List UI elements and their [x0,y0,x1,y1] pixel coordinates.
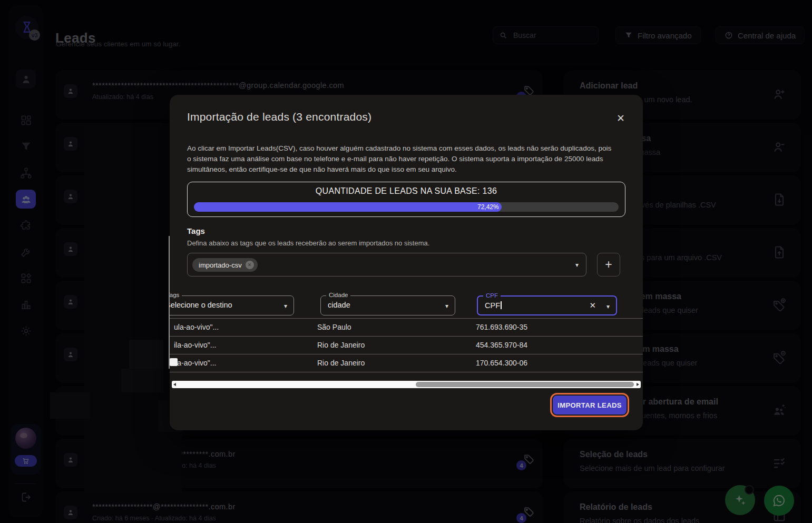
progress-track: 72,42% [194,202,619,212]
cidade-select-value: cidade [328,301,350,309]
destination-select[interactable]: Tags Selecione o destino ▾ [170,295,294,315]
leads-base-counter: QUANTIDADE DE LEADS NA SUA BASE: 136 72,… [187,182,625,217]
cell-cidade: Rio de Janeiro [317,359,365,367]
cell-tags: ila-ao-vivo"... [174,341,216,349]
import-leads-button[interactable]: IMPORTAR LEADS [553,396,627,415]
cell-cpf: 170.654.300-06 [476,359,527,367]
modal-title: Importação de leads (3 encontrados) [187,111,371,123]
tag-chip-label: importado-csv [199,261,242,269]
scroll-right-icon[interactable] [637,383,639,386]
destination-select-value: Selecione o destino [170,301,232,309]
leads-base-count-label: QUANTIDADE DE LEADS NA SUA BASE: 136 [188,186,625,196]
app-root: v3 Leads Gerencie seus clientes em um só… [0,0,812,523]
table-row[interactable]: ula-ao-vivo"... São Paulo 761.693.690-35 [170,319,643,337]
chevron-down-icon[interactable]: ▾ [606,303,610,310]
destination-select-label: Tags [170,292,182,298]
progress-fill: 72,42% [194,202,502,212]
chevron-down-icon[interactable]: ▾ [445,302,448,310]
cpf-select-focused[interactable]: CPF CPF ✕ ▾ [477,295,617,315]
import-leads-modal: Importação de leads (3 encontrados) ✕ Ao… [170,95,643,430]
chevron-down-icon[interactable]: ▾ [575,261,579,269]
remove-tag-icon[interactable]: ✕ [246,261,254,269]
cell-tags: ila-ao-vivo"... [174,359,216,367]
cell-cidade: Rio de Janeiro [317,341,365,349]
tags-section-title: Tags [187,226,205,235]
cell-cpf: 761.693.690-35 [476,323,527,331]
tag-chip: importado-csv ✕ [192,258,258,272]
cell-cpf: 454.365.970-84 [476,341,527,349]
text-cursor [501,301,502,309]
clipped-tooltip-artifact [170,358,178,366]
import-preview-table: ula-ao-vivo"... São Paulo 761.693.690-35… [170,318,643,372]
cidade-select-label: Cidade [326,292,350,298]
table-row[interactable]: ila-ao-vivo"... Rio de Janeiro 454.365.9… [170,337,643,354]
progress-percent-label: 72,42% [477,203,499,211]
tags-section-subtitle: Defina abaixo as tags que os leads receb… [187,239,429,247]
tags-multiselect[interactable]: importado-csv ✕ ▾ [187,253,586,277]
clear-icon[interactable]: ✕ [589,301,596,310]
modal-description: Ao clicar em Importar Leads(CSV), caso h… [187,143,615,175]
cpf-select-value: CPF [485,301,502,310]
close-icon[interactable]: ✕ [614,111,628,125]
scroll-left-icon[interactable] [173,383,176,386]
horizontal-scrollbar[interactable] [172,381,641,388]
cpf-select-label: CPF [483,292,501,299]
cidade-select[interactable]: Cidade cidade ▾ [320,295,455,315]
cell-cidade: São Paulo [317,323,351,331]
scrollbar-thumb[interactable] [416,382,634,387]
chevron-down-icon[interactable]: ▾ [284,302,287,310]
table-row[interactable]: ila-ao-vivo"... Rio de Janeiro 170.654.3… [170,354,643,372]
cell-tags: ula-ao-vivo"... [174,323,219,331]
add-tag-button[interactable]: + [597,253,620,277]
